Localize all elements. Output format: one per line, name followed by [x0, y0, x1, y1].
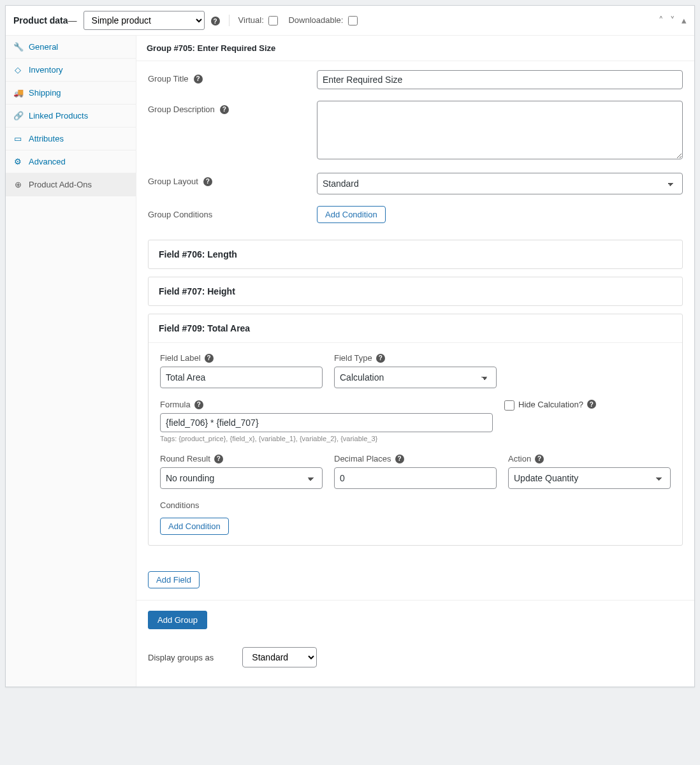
row-group-desc: Group Description ? — [148, 101, 683, 161]
move-down-icon[interactable]: ˅ — [670, 15, 675, 26]
help-icon[interactable]: ? — [194, 75, 203, 84]
add-field-button[interactable]: Add Field — [148, 571, 200, 588]
field-card-toggle[interactable]: Field #707: Height — [149, 277, 682, 305]
id-icon: ▭ — [13, 134, 22, 143]
separator — [229, 15, 230, 26]
hide-calculation-checkbox[interactable] — [504, 400, 514, 411]
product-data-panel: Product data — Simple product ? Virtual:… — [5, 5, 695, 687]
virtual-checkbox[interactable] — [268, 16, 278, 26]
formula-input[interactable] — [160, 413, 493, 432]
gear-icon: ⚙ — [13, 157, 22, 166]
group-header[interactable]: Group #705: Enter Required Size — [136, 36, 694, 61]
group-desc-textarea[interactable] — [317, 101, 683, 159]
product-data-sidebar: 🔧 General ◇ Inventory 🚚 Shipping 🔗 Linke… — [6, 36, 136, 687]
add-group-button[interactable]: Add Group — [148, 611, 207, 629]
sidebar-item-attributes[interactable]: ▭ Attributes — [6, 127, 136, 150]
round-result-select[interactable]: No rounding — [160, 467, 323, 489]
downloadable-checkbox[interactable] — [348, 16, 358, 26]
panel-header: Product data — Simple product ? Virtual:… — [6, 6, 694, 36]
truck-icon: 🚚 — [13, 88, 22, 98]
action-select[interactable]: Update Quantity — [508, 467, 671, 489]
display-groups-row: Display groups as Standard — [136, 629, 694, 687]
field-card-709: Field #709: Total Area Field Label ? — [148, 314, 683, 546]
help-icon[interactable]: ? — [203, 177, 212, 186]
field-add-condition-button[interactable]: Add Condition — [160, 518, 229, 535]
downloadable-toggle-label: Downloadable: — [288, 15, 358, 26]
help-icon[interactable]: ? — [194, 400, 203, 409]
archive-icon: ◇ — [13, 65, 22, 75]
help-icon[interactable]: ? — [214, 455, 223, 463]
field-label-input[interactable] — [160, 367, 323, 388]
decimal-places-input[interactable] — [334, 467, 497, 489]
help-icon[interactable]: ? — [535, 455, 544, 463]
move-up-icon[interactable]: ˄ — [659, 15, 664, 26]
row-group-layout: Group Layout ? Standard — [148, 173, 683, 194]
field-card-toggle[interactable]: Field #706: Length — [149, 240, 682, 268]
group-title-input[interactable] — [317, 70, 683, 89]
addons-content: Group #705: Enter Required Size Group Ti… — [136, 36, 694, 687]
sidebar-item-general[interactable]: 🔧 General — [6, 36, 136, 59]
field-type-select[interactable]: Calculation — [334, 367, 497, 388]
field-conditions-label: Conditions — [160, 500, 671, 510]
panel-title-dash: — — [68, 15, 77, 26]
row-group-title: Group Title ? — [148, 70, 683, 89]
help-icon[interactable]: ? — [211, 15, 220, 26]
sidebar-item-inventory[interactable]: ◇ Inventory — [6, 59, 136, 82]
display-groups-select[interactable]: Standard — [242, 647, 317, 667]
sidebar-item-product-addons[interactable]: ⊕ Product Add-Ons — [6, 173, 136, 196]
display-groups-label: Display groups as — [148, 653, 214, 662]
field-card-toggle[interactable]: Field #709: Total Area — [149, 314, 682, 343]
field-card-707: Field #707: Height — [148, 277, 683, 306]
help-icon[interactable]: ? — [587, 400, 596, 409]
sidebar-item-advanced[interactable]: ⚙ Advanced — [6, 150, 136, 173]
sidebar-item-shipping[interactable]: 🚚 Shipping — [6, 82, 136, 105]
row-group-conditions: Group Conditions Add Condition — [148, 206, 683, 223]
collapse-icon[interactable]: ▴ — [682, 15, 687, 26]
help-icon[interactable]: ? — [220, 105, 229, 114]
help-icon[interactable]: ? — [376, 354, 385, 363]
panel-title: Product data — [13, 15, 68, 26]
sidebar-item-linked-products[interactable]: 🔗 Linked Products — [6, 105, 136, 127]
link-icon: 🔗 — [13, 111, 22, 120]
group-layout-select[interactable]: Standard — [317, 173, 683, 194]
formula-tags-hint: Tags: {product_price}, {field_x}, {varia… — [160, 435, 671, 442]
wrench-icon: 🔧 — [13, 42, 22, 52]
help-icon[interactable]: ? — [395, 455, 404, 463]
plus-circle-icon: ⊕ — [13, 180, 22, 189]
group-add-condition-button[interactable]: Add Condition — [317, 206, 386, 223]
help-icon[interactable]: ? — [205, 354, 214, 363]
field-card-706: Field #706: Length — [148, 240, 683, 269]
virtual-toggle-label: Virtual: — [238, 15, 279, 26]
product-type-select[interactable]: Simple product — [84, 11, 205, 30]
